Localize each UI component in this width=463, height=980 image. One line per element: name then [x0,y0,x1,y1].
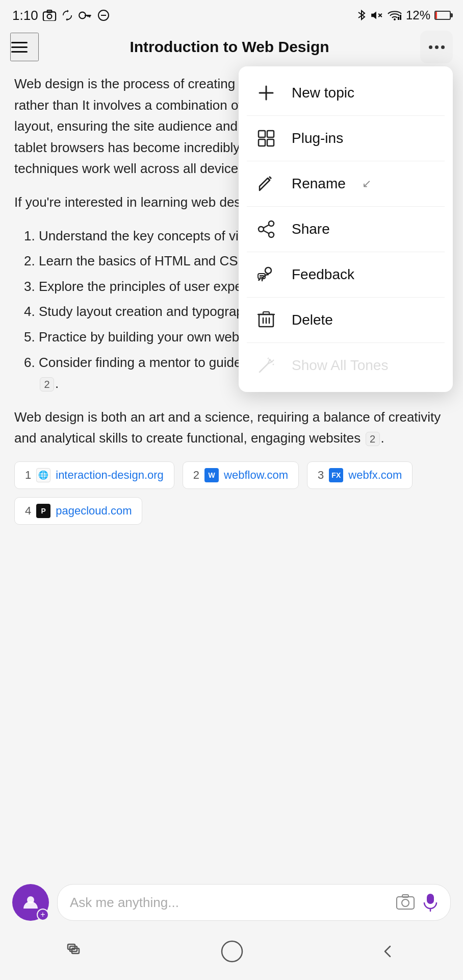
status-bar: 1:10 [0,0,463,29]
svg-point-21 [259,227,264,232]
microphone-input-icon[interactable] [423,893,438,912]
mute-icon [370,9,383,22]
ask-input-placeholder: Ask me anything... [70,895,179,911]
svg-line-39 [273,364,274,365]
wifi-icon [388,10,402,21]
camera-input-icon[interactable] [396,894,415,911]
svg-rect-2 [47,10,52,12]
ask-input-box[interactable]: Ask me anything... [57,884,451,921]
share-label: Share [292,221,330,237]
source-favicon-2: W [204,468,219,482]
svg-line-38 [268,358,269,359]
svg-rect-41 [397,897,414,909]
chat-avatar[interactable]: + [12,884,49,921]
feedback-icon [255,263,277,286]
svg-point-25 [265,267,271,274]
svg-rect-19 [267,139,274,146]
svg-line-23 [264,225,269,228]
recents-icon [67,943,86,960]
back-arrow-icon [378,942,396,961]
dropdown-item-rename[interactable]: Rename ↙ [239,161,453,206]
more-dots-icon [429,45,445,49]
svg-rect-43 [402,895,408,897]
key-icon [78,10,93,21]
dropdown-item-delete[interactable]: Delete [239,298,453,342]
svg-rect-0 [43,12,56,21]
source-favicon-4: P [36,504,50,518]
source-3[interactable]: 3 FX webfx.com [307,461,413,489]
citation-3: 2 [366,432,380,446]
svg-rect-5 [89,15,90,17]
dropdown-item-plugins[interactable]: Plug-ins [239,116,453,161]
input-action-icons [396,893,438,912]
svg-point-11 [394,18,396,20]
battery-icon [434,11,451,20]
wand-icon [255,354,277,377]
header: Introduction to Web Design [0,29,463,65]
dropdown-item-feedback[interactable]: Feedback [239,252,453,297]
trash-icon [255,309,277,331]
show-all-tones-label: Show All Tones [292,357,388,374]
svg-rect-16 [259,131,265,137]
dropdown-item-new-topic[interactable]: New topic [239,70,453,115]
svg-rect-12 [398,17,399,20]
citation-2: 2 [40,377,54,391]
recents-button[interactable] [67,943,86,960]
home-circle-icon [220,939,244,964]
svg-line-24 [264,231,269,234]
dropdown-item-show-all-tones: Show All Tones [239,343,453,388]
hamburger-button[interactable] [10,33,39,61]
svg-rect-17 [267,131,274,137]
feedback-label: Feedback [292,266,354,283]
bottom-navigation [0,929,463,980]
status-right: 12% [357,8,451,22]
time-display: 1:10 [12,8,38,23]
source-2-name: webflow.com [224,469,288,482]
dropdown-menu: New topic Plug-ins Rename ↙ [239,66,453,392]
delete-label: Delete [292,312,333,328]
back-button[interactable] [378,942,396,961]
svg-rect-18 [259,139,265,146]
battery-percent: 12% [406,8,430,22]
source-3-name: webfx.com [348,469,402,482]
svg-rect-13 [400,15,401,20]
plus-icon [255,82,277,104]
sources-list: 1 🌐 interaction-design.org 2 W webflow.c… [14,461,449,525]
svg-point-42 [402,899,409,906]
pencil-icon [255,173,277,195]
source-1[interactable]: 1 🌐 interaction-design.org [14,461,174,489]
input-area: + Ask me anything... [0,876,463,929]
rename-label: Rename [292,176,346,192]
more-options-button[interactable] [420,31,453,63]
svg-point-22 [269,232,274,237]
avatar-chat-icon [21,893,40,912]
new-topic-label: New topic [292,85,354,101]
source-favicon-1: 🌐 [36,468,50,482]
home-button[interactable] [220,939,244,964]
share-icon [255,218,277,240]
svg-rect-44 [427,894,434,904]
dropdown-item-share[interactable]: Share [239,207,453,252]
svg-rect-31 [263,312,269,314]
plugins-label: Plug-ins [292,130,343,146]
status-time: 1:10 [12,8,110,23]
source-1-name: interaction-design.org [56,469,164,482]
grid-icon [255,127,277,150]
svg-point-20 [269,221,274,226]
svg-line-35 [260,364,268,372]
page-title: Introduction to Web Design [130,38,329,56]
bluetooth-icon [357,9,366,22]
svg-line-37 [272,360,274,362]
source-2[interactable]: 2 W webflow.com [183,461,299,489]
source-favicon-3: FX [329,468,343,482]
svg-point-49 [222,941,242,962]
conclusion-paragraph: Web design is both an art and a science,… [14,407,449,449]
source-4-name: pagecloud.com [56,504,132,518]
camera-icon [42,10,57,21]
block-icon [97,9,110,21]
avatar-plus-icon: + [37,909,49,921]
svg-rect-6 [87,15,89,17]
svg-point-36 [269,359,271,361]
source-4[interactable]: 4 P pagecloud.com [14,497,142,525]
sync-icon [61,10,74,21]
